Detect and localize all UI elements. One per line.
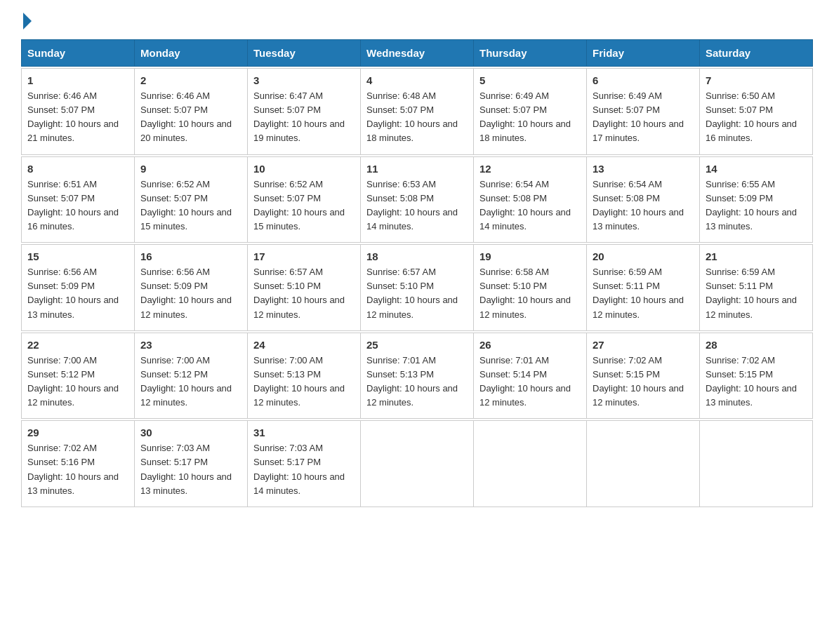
calendar-cell: 24 Sunrise: 7:00 AMSunset: 5:13 PMDaylig… — [248, 333, 361, 419]
calendar-cell: 5 Sunrise: 6:49 AMSunset: 5:07 PMDayligh… — [474, 69, 587, 155]
calendar-cell: 15 Sunrise: 6:56 AMSunset: 5:09 PMDaylig… — [22, 245, 135, 331]
day-info: Sunrise: 6:52 AMSunset: 5:07 PMDaylight:… — [140, 179, 232, 232]
week-row-2: 15 Sunrise: 6:56 AMSunset: 5:09 PMDaylig… — [22, 245, 813, 331]
calendar-cell: 23 Sunrise: 7:00 AMSunset: 5:12 PMDaylig… — [135, 333, 248, 419]
day-number: 23 — [140, 339, 241, 351]
day-info: Sunrise: 6:49 AMSunset: 5:07 PMDaylight:… — [479, 90, 571, 143]
calendar-cell: 26 Sunrise: 7:01 AMSunset: 5:14 PMDaylig… — [474, 333, 587, 419]
day-number: 18 — [366, 250, 468, 262]
week-row-1: 8 Sunrise: 6:51 AMSunset: 5:07 PMDayligh… — [22, 156, 813, 243]
week-row-3: 22 Sunrise: 7:00 AMSunset: 5:12 PMDaylig… — [22, 333, 813, 419]
day-info: Sunrise: 6:46 AMSunset: 5:07 PMDaylight:… — [140, 90, 232, 143]
day-number: 27 — [593, 339, 694, 351]
calendar-cell: 1 Sunrise: 6:46 AMSunset: 5:07 PMDayligh… — [22, 69, 135, 155]
day-number: 29 — [27, 427, 128, 438]
day-info: Sunrise: 6:55 AMSunset: 5:09 PMDaylight:… — [706, 179, 797, 232]
day-info: Sunrise: 6:49 AMSunset: 5:07 PMDaylight:… — [593, 90, 684, 143]
calendar-cell: 13 Sunrise: 6:54 AMSunset: 5:08 PMDaylig… — [587, 156, 700, 243]
day-number: 4 — [366, 74, 468, 86]
calendar-cell: 30 Sunrise: 7:03 AMSunset: 5:17 PMDaylig… — [135, 421, 248, 507]
day-number: 19 — [479, 250, 581, 262]
day-number: 24 — [253, 339, 355, 351]
day-info: Sunrise: 7:03 AMSunset: 5:17 PMDaylight:… — [140, 443, 232, 495]
calendar-cell: 31 Sunrise: 7:03 AMSunset: 5:17 PMDaylig… — [248, 421, 361, 507]
day-info: Sunrise: 6:59 AMSunset: 5:11 PMDaylight:… — [706, 267, 797, 319]
calendar-cell: 10 Sunrise: 6:52 AMSunset: 5:07 PMDaylig… — [248, 156, 361, 243]
calendar-cell: 28 Sunrise: 7:02 AMSunset: 5:15 PMDaylig… — [700, 333, 813, 419]
calendar-cell: 4 Sunrise: 6:48 AMSunset: 5:07 PMDayligh… — [361, 69, 474, 155]
calendar-cell: 29 Sunrise: 7:02 AMSunset: 5:16 PMDaylig… — [22, 421, 135, 507]
calendar-cell: 3 Sunrise: 6:47 AMSunset: 5:07 PMDayligh… — [248, 69, 361, 155]
day-number: 12 — [479, 163, 581, 175]
day-header-tuesday: Tuesday — [248, 40, 361, 67]
calendar-cell: 11 Sunrise: 6:53 AMSunset: 5:08 PMDaylig… — [361, 156, 474, 243]
day-number: 28 — [706, 339, 807, 351]
day-number: 3 — [253, 74, 355, 86]
calendar-cell: 20 Sunrise: 6:59 AMSunset: 5:11 PMDaylig… — [587, 245, 700, 331]
logo — [21, 14, 32, 27]
day-number: 25 — [366, 339, 468, 351]
calendar-table: SundayMondayTuesdayWednesdayThursdayFrid… — [21, 39, 813, 507]
day-header-wednesday: Wednesday — [361, 40, 474, 67]
day-number: 9 — [140, 163, 241, 175]
day-number: 11 — [366, 163, 468, 175]
day-header-monday: Monday — [135, 40, 248, 67]
day-number: 15 — [27, 250, 128, 262]
day-header-thursday: Thursday — [474, 40, 587, 67]
page-header — [21, 14, 813, 27]
day-header-sunday: Sunday — [22, 40, 135, 67]
calendar-cell: 17 Sunrise: 6:57 AMSunset: 5:10 PMDaylig… — [248, 245, 361, 331]
day-info: Sunrise: 6:47 AMSunset: 5:07 PMDaylight:… — [253, 90, 345, 143]
day-info: Sunrise: 7:00 AMSunset: 5:12 PMDaylight:… — [27, 355, 119, 408]
day-number: 6 — [593, 74, 694, 86]
day-info: Sunrise: 6:51 AMSunset: 5:07 PMDaylight:… — [27, 179, 119, 232]
day-info: Sunrise: 7:02 AMSunset: 5:15 PMDaylight:… — [593, 355, 684, 408]
day-info: Sunrise: 6:56 AMSunset: 5:09 PMDaylight:… — [27, 267, 119, 319]
day-info: Sunrise: 6:56 AMSunset: 5:09 PMDaylight:… — [140, 267, 232, 319]
day-info: Sunrise: 7:02 AMSunset: 5:15 PMDaylight:… — [706, 355, 797, 408]
day-info: Sunrise: 6:50 AMSunset: 5:07 PMDaylight:… — [706, 90, 797, 143]
day-number: 22 — [27, 339, 128, 351]
day-info: Sunrise: 6:58 AMSunset: 5:10 PMDaylight:… — [479, 267, 571, 319]
calendar-cell: 9 Sunrise: 6:52 AMSunset: 5:07 PMDayligh… — [135, 156, 248, 243]
day-info: Sunrise: 6:54 AMSunset: 5:08 PMDaylight:… — [479, 179, 571, 232]
day-number: 31 — [253, 427, 355, 438]
day-info: Sunrise: 7:02 AMSunset: 5:16 PMDaylight:… — [27, 443, 119, 495]
day-number: 26 — [479, 339, 581, 351]
calendar-cell: 25 Sunrise: 7:01 AMSunset: 5:13 PMDaylig… — [361, 333, 474, 419]
logo-triangle-icon — [23, 13, 32, 29]
day-number: 7 — [706, 74, 807, 86]
calendar-cell: 12 Sunrise: 6:54 AMSunset: 5:08 PMDaylig… — [474, 156, 587, 243]
day-header-saturday: Saturday — [700, 40, 813, 67]
day-info: Sunrise: 6:53 AMSunset: 5:08 PMDaylight:… — [366, 179, 458, 232]
calendar-cell: 2 Sunrise: 6:46 AMSunset: 5:07 PMDayligh… — [135, 69, 248, 155]
day-number: 17 — [253, 250, 355, 262]
day-info: Sunrise: 6:52 AMSunset: 5:07 PMDaylight:… — [253, 179, 345, 232]
day-number: 16 — [140, 250, 241, 262]
day-info: Sunrise: 7:01 AMSunset: 5:14 PMDaylight:… — [479, 355, 571, 408]
calendar-cell — [474, 421, 587, 507]
day-info: Sunrise: 7:01 AMSunset: 5:13 PMDaylight:… — [366, 355, 458, 408]
calendar-cell: 22 Sunrise: 7:00 AMSunset: 5:12 PMDaylig… — [22, 333, 135, 419]
week-row-0: 1 Sunrise: 6:46 AMSunset: 5:07 PMDayligh… — [22, 69, 813, 155]
calendar-header-row: SundayMondayTuesdayWednesdayThursdayFrid… — [22, 40, 813, 67]
day-info: Sunrise: 7:03 AMSunset: 5:17 PMDaylight:… — [253, 443, 345, 495]
day-number: 13 — [593, 163, 694, 175]
day-number: 21 — [706, 250, 807, 262]
day-info: Sunrise: 6:54 AMSunset: 5:08 PMDaylight:… — [593, 179, 684, 232]
calendar-cell: 6 Sunrise: 6:49 AMSunset: 5:07 PMDayligh… — [587, 69, 700, 155]
day-info: Sunrise: 7:00 AMSunset: 5:12 PMDaylight:… — [140, 355, 232, 408]
calendar-cell: 7 Sunrise: 6:50 AMSunset: 5:07 PMDayligh… — [700, 69, 813, 155]
day-number: 20 — [593, 250, 694, 262]
day-info: Sunrise: 6:57 AMSunset: 5:10 PMDaylight:… — [253, 267, 345, 319]
calendar-cell: 14 Sunrise: 6:55 AMSunset: 5:09 PMDaylig… — [700, 156, 813, 243]
day-info: Sunrise: 6:57 AMSunset: 5:10 PMDaylight:… — [366, 267, 458, 319]
calendar-cell — [587, 421, 700, 507]
day-number: 1 — [27, 74, 128, 86]
day-info: Sunrise: 6:48 AMSunset: 5:07 PMDaylight:… — [366, 90, 458, 143]
day-number: 14 — [706, 163, 807, 175]
day-number: 8 — [27, 163, 128, 175]
day-number: 5 — [479, 74, 581, 86]
calendar-cell — [700, 421, 813, 507]
week-row-4: 29 Sunrise: 7:02 AMSunset: 5:16 PMDaylig… — [22, 421, 813, 507]
